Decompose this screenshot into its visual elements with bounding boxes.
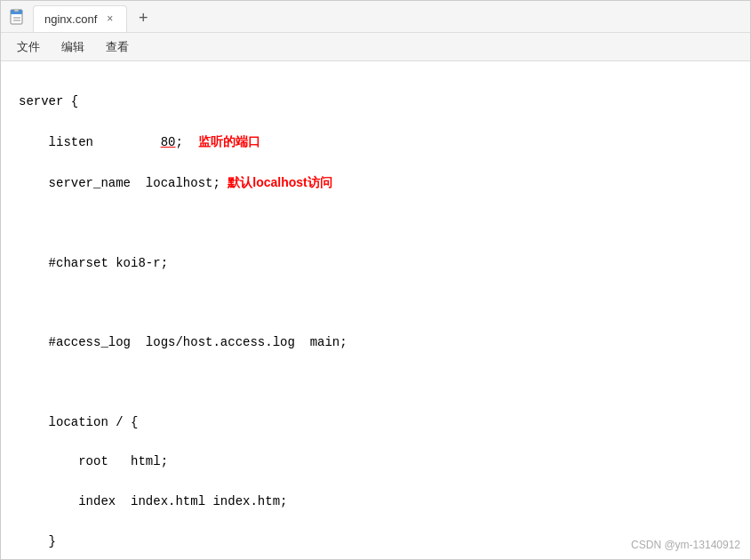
menu-bar: 文件 编辑 查看 bbox=[1, 33, 750, 61]
new-tab-button[interactable]: + bbox=[131, 6, 156, 31]
code-line-1: server { bbox=[19, 92, 732, 111]
code-line-10: root html; bbox=[19, 452, 732, 471]
code-line-6 bbox=[19, 292, 732, 312]
menu-view[interactable]: 查看 bbox=[97, 36, 138, 59]
server-name-annotation: 默认localhost访问 bbox=[228, 175, 332, 189]
menu-file[interactable]: 文件 bbox=[8, 36, 49, 59]
code-line-7: #access_log logs/host.access.log main; bbox=[19, 332, 732, 352]
code-editor[interactable]: server { listen 80; 监听的端口 server_name lo… bbox=[1, 61, 750, 559]
active-tab[interactable]: nginx.conf × bbox=[33, 5, 127, 32]
menu-edit[interactable]: 编辑 bbox=[52, 36, 93, 59]
code-line-12: } bbox=[19, 532, 732, 551]
tab-close-button[interactable]: × bbox=[104, 12, 116, 26]
code-line-9: location / { bbox=[19, 412, 732, 432]
code-line-4 bbox=[19, 213, 732, 233]
code-line-3: server_name localhost; 默认localhost访问 bbox=[19, 172, 732, 193]
tab-label: nginx.conf bbox=[44, 12, 97, 26]
code-line-8 bbox=[19, 372, 732, 392]
notepad-icon bbox=[8, 8, 26, 26]
title-bar: nginx.conf × + bbox=[1, 1, 750, 33]
code-line-2: listen 80; 监听的端口 bbox=[19, 132, 732, 152]
code-line-5: #charset koi8-r; bbox=[19, 253, 732, 273]
svg-rect-4 bbox=[14, 9, 19, 12]
code-line-11: index index.html index.htm; bbox=[19, 492, 732, 511]
listen-annotation: 监听的端口 bbox=[198, 134, 260, 148]
